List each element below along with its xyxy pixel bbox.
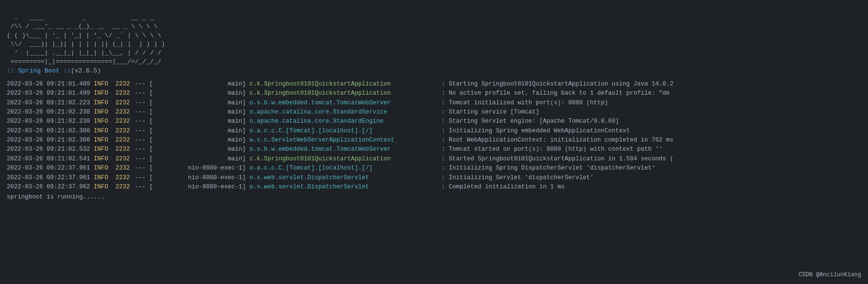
log-logger: o.s.b.w.embedded.tomcat.TomcatWebServer xyxy=(250,145,438,154)
log-thread: main] xyxy=(153,80,250,89)
log-line: 2022-03-26 09:21:02.541 INFO 2232 --- [ … xyxy=(7,155,861,164)
log-thread: main] xyxy=(153,108,250,117)
log-level: INFO xyxy=(94,183,115,192)
log-pid: 2232 xyxy=(115,99,135,108)
log-line: 2022-03-26 09:22:37.961 INFO 2232 --- [n… xyxy=(7,164,861,173)
log-level: INFO xyxy=(94,173,115,183)
log-thread: main] xyxy=(153,99,250,108)
log-date: 2022-03-26 09:22:37.961 xyxy=(7,164,94,173)
log-separator: --- [ xyxy=(135,155,153,164)
log-date: 2022-03-26 09:21:02.541 xyxy=(7,155,94,164)
log-separator: --- [ xyxy=(135,164,153,173)
ascii-art-block: . ____ _ __ _ _ /\\ / ___'_ __ _ _(_)_ _… xyxy=(7,5,861,66)
log-message: : Starting Springboot0101QuickstartAppli… xyxy=(438,80,674,89)
log-thread: main] xyxy=(153,136,250,145)
log-line: 2022-03-26 09:21:02.532 INFO 2232 --- [ … xyxy=(7,145,861,154)
log-level: INFO xyxy=(94,127,115,136)
log-date: 2022-03-26 09:21:02.230 xyxy=(7,108,94,117)
log-message: : Initializing Spring DispatcherServlet … xyxy=(438,164,655,173)
log-container: 2022-03-26 09:21:01.489 INFO 2232 --- [ … xyxy=(7,80,861,192)
log-pid: 2232 xyxy=(115,155,135,164)
log-pid: 2232 xyxy=(115,80,135,89)
log-level: INFO xyxy=(94,108,115,117)
log-message: : Initializing Spring embedded WebApplic… xyxy=(438,127,630,136)
log-date: 2022-03-26 09:21:01.489 xyxy=(7,80,94,89)
log-date: 2022-03-26 09:21:02.230 xyxy=(7,117,94,126)
log-line: 2022-03-26 09:21:01.489 INFO 2232 --- [ … xyxy=(7,80,861,89)
log-pid: 2232 xyxy=(115,127,135,136)
log-pid: 2232 xyxy=(115,136,135,145)
log-line: 2022-03-26 09:21:02.230 INFO 2232 --- [ … xyxy=(7,117,861,126)
log-level: INFO xyxy=(94,117,115,126)
log-line: 2022-03-26 09:21:02.223 INFO 2232 --- [ … xyxy=(7,99,861,108)
log-level: INFO xyxy=(94,80,115,89)
log-line: 2022-03-26 09:21:02.230 INFO 2232 --- [ … xyxy=(7,108,861,117)
log-separator: --- [ xyxy=(135,173,153,183)
log-line: 2022-03-26 09:21:02.308 INFO 2232 --- [ … xyxy=(7,127,861,136)
log-level: INFO xyxy=(94,89,115,98)
log-pid: 2232 xyxy=(115,164,135,173)
log-pid: 2232 xyxy=(115,117,135,126)
watermark: CSDN @AncilunKiang xyxy=(798,270,861,279)
log-message: : Tomcat initialized with port(s): 8080 … xyxy=(438,99,609,108)
running-text: springboot is running...... xyxy=(7,193,861,202)
log-pid: 2232 xyxy=(115,183,135,192)
log-logger: o.a.c.c.C.[Tomcat].[localhost].[/] xyxy=(250,127,438,136)
spring-boot-banner-line: :: Spring Boot :: (v2.6.5) xyxy=(7,66,861,76)
log-pid: 2232 xyxy=(115,108,135,117)
log-thread: main] xyxy=(153,127,250,136)
log-logger: w.s.c.ServletWebServerApplicationContext xyxy=(250,136,438,145)
log-separator: --- [ xyxy=(135,99,153,108)
log-message: : Started Springboot0101QuickstartApplic… xyxy=(438,155,674,164)
log-thread: nio-8080-exec-1] xyxy=(153,183,250,192)
log-line: 2022-03-26 09:22:37.961 INFO 2232 --- [n… xyxy=(7,173,861,183)
log-message: : Starting Servlet engine: [Apache Tomca… xyxy=(438,117,619,126)
log-message: : Initializing Servlet 'dispatcherServle… xyxy=(438,173,594,183)
log-message: : Root WebApplicationContext: initializa… xyxy=(438,136,674,145)
log-logger: o.s.b.w.embedded.tomcat.TomcatWebServer xyxy=(250,99,438,108)
log-logger: c.k.Springboot0101QuickstartApplication xyxy=(250,155,438,164)
log-logger: o.a.c.c.C.[Tomcat].[localhost].[/] xyxy=(250,164,438,173)
log-message: : No active profile set, falling back to… xyxy=(438,89,670,98)
log-thread: nio-8080-exec-1] xyxy=(153,173,250,183)
log-level: INFO xyxy=(94,155,115,164)
log-logger: o.apache.catalina.core.StandardService xyxy=(250,108,438,117)
log-separator: --- [ xyxy=(135,183,153,192)
log-message: : Starting service [Tomcat] xyxy=(438,108,540,117)
log-pid: 2232 xyxy=(115,173,135,183)
log-separator: --- [ xyxy=(135,117,153,126)
log-level: INFO xyxy=(94,145,115,154)
log-line: 2022-03-26 09:21:02.308 INFO 2232 --- [ … xyxy=(7,136,861,145)
log-thread: main] xyxy=(153,117,250,126)
log-thread: main] xyxy=(153,145,250,154)
log-level: INFO xyxy=(94,99,115,108)
log-logger: c.k.Springboot0101QuickstartApplication xyxy=(250,89,438,98)
log-date: 2022-03-26 09:22:37.962 xyxy=(7,183,94,192)
log-date: 2022-03-26 09:21:02.308 xyxy=(7,127,94,136)
log-date: 2022-03-26 09:21:02.308 xyxy=(7,136,94,145)
log-separator: --- [ xyxy=(135,136,153,145)
log-level: INFO xyxy=(94,164,115,173)
log-pid: 2232 xyxy=(115,89,135,98)
terminal-container: . ____ _ __ _ _ /\\ / ___'_ __ _ _(_)_ _… xyxy=(7,5,861,202)
log-thread: main] xyxy=(153,155,250,164)
log-line: 2022-03-26 09:22:37.962 INFO 2232 --- [n… xyxy=(7,183,861,192)
log-date: 2022-03-26 09:22:37.961 xyxy=(7,173,94,183)
log-line: 2022-03-26 09:21:01.499 INFO 2232 --- [ … xyxy=(7,89,861,98)
log-separator: --- [ xyxy=(135,145,153,154)
log-date: 2022-03-26 09:21:02.223 xyxy=(7,99,94,108)
log-thread: main] xyxy=(153,89,250,98)
log-logger: o.s.web.servlet.DispatcherServlet xyxy=(250,173,438,183)
log-logger: c.k.Springboot0101QuickstartApplication xyxy=(250,80,438,89)
spring-boot-label: :: Spring Boot :: xyxy=(7,66,71,76)
log-level: INFO xyxy=(94,136,115,145)
log-date: 2022-03-26 09:21:01.499 xyxy=(7,89,94,98)
log-logger: o.s.web.servlet.DispatcherServlet xyxy=(250,183,438,192)
log-date: 2022-03-26 09:21:02.532 xyxy=(7,145,94,154)
log-logger: o.apache.catalina.core.StandardEngine xyxy=(250,117,438,126)
log-separator: --- [ xyxy=(135,127,153,136)
spring-boot-version: (v2.6.5) xyxy=(71,66,101,76)
log-separator: --- [ xyxy=(135,80,153,89)
log-message: : Tomcat started on port(s): 8080 (http)… xyxy=(438,145,663,154)
log-thread: nio-8080-exec-1] xyxy=(153,164,250,173)
